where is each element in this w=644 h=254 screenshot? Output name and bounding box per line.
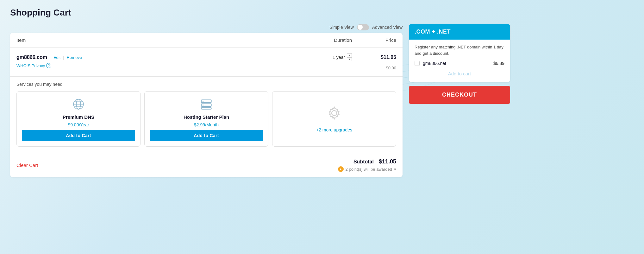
promo-add-to-cart-btn[interactable]: Add to cart bbox=[415, 70, 504, 78]
points-text: 2 point(s) will be awarded bbox=[346, 167, 392, 172]
subtotal-label: Subtotal bbox=[353, 159, 374, 165]
dns-service-price: $9.00/Year bbox=[68, 122, 89, 127]
services-title: Services you may need bbox=[16, 82, 396, 87]
col-item-header: Item bbox=[16, 37, 295, 43]
promo-body: Register any matching .NET domain within… bbox=[409, 40, 510, 82]
cart-footer: Clear Cart Subtotal $11.05 ★ 2 point(s) … bbox=[10, 153, 403, 177]
clear-cart-link[interactable]: Clear Cart bbox=[16, 162, 38, 168]
points-icon: ★ bbox=[338, 166, 344, 172]
whois-row: WHOIS Privacy ? bbox=[16, 63, 51, 68]
promo-domain-row: gm8866.net $6.89 bbox=[415, 61, 504, 66]
svg-point-8 bbox=[203, 101, 204, 102]
col-price-header: Price bbox=[352, 37, 396, 43]
services-grid: Premium DNS $9.00/Year Add to Cart bbox=[16, 91, 396, 147]
view-toggle-row: Simple View Advanced View bbox=[10, 24, 403, 30]
hosting-service-name: Hosting Starter Plan bbox=[184, 114, 229, 120]
sidebar: .COM + .NET Register any matching .NET d… bbox=[409, 24, 510, 104]
checkout-button[interactable]: CHECKOUT bbox=[409, 86, 510, 104]
hosting-service-price: $2.99/Month bbox=[194, 122, 219, 127]
main-area: Simple View Advanced View Item Duration … bbox=[10, 24, 403, 177]
edit-link[interactable]: Edit bbox=[53, 55, 60, 60]
view-toggle-switch[interactable] bbox=[357, 24, 369, 30]
advanced-view-label: Advanced View bbox=[372, 25, 403, 30]
hosting-icon bbox=[199, 97, 214, 112]
service-card-dns: Premium DNS $9.00/Year Add to Cart bbox=[16, 91, 141, 147]
promo-domain-price: $6.89 bbox=[493, 61, 504, 66]
cart-item-section: gm8866.com Edit | Remove 1 year bbox=[10, 48, 403, 77]
subtotal-area: Subtotal $11.05 ★ 2 point(s) will be awa… bbox=[338, 158, 396, 172]
more-upgrades-card: +2 more upgrades bbox=[272, 91, 396, 147]
duration-cell: 1 year ▲ ▼ bbox=[295, 53, 352, 61]
dns-service-name: Premium DNS bbox=[63, 114, 94, 120]
subtotal-row: Subtotal $11.05 bbox=[338, 158, 396, 165]
duration-up-btn[interactable]: ▲ bbox=[347, 53, 352, 57]
item-actions: Edit | Remove bbox=[53, 55, 82, 60]
service-card-hosting: Hosting Starter Plan $2.99/Month Add to … bbox=[144, 91, 268, 147]
points-row: ★ 2 point(s) will be awarded ▾ bbox=[338, 166, 396, 172]
page-title: Shopping Cart bbox=[10, 8, 510, 18]
subtotal-value: $11.05 bbox=[379, 158, 396, 165]
more-upgrades-link[interactable]: +2 more upgrades bbox=[316, 127, 352, 132]
cart-table-header: Item Duration Price bbox=[10, 33, 403, 48]
svg-rect-7 bbox=[201, 108, 211, 109]
item-price-secondary: $0.00 bbox=[386, 66, 396, 70]
item-info: gm8866.com Edit | Remove bbox=[16, 54, 295, 60]
price-cell: $11.05 bbox=[352, 54, 396, 60]
cart-table: Item Duration Price gm8866.com Edit bbox=[10, 33, 403, 177]
remove-link[interactable]: Remove bbox=[67, 55, 82, 60]
promo-description: Register any matching .NET domain within… bbox=[415, 44, 504, 56]
item-domain-name: gm8866.com bbox=[16, 54, 47, 60]
col-duration-header: Duration bbox=[295, 37, 352, 43]
cart-item-row: gm8866.com Edit | Remove 1 year bbox=[16, 53, 396, 61]
gear-icon bbox=[327, 105, 342, 124]
simple-view-label: Simple View bbox=[329, 25, 354, 30]
whois-help-icon[interactable]: ? bbox=[46, 63, 51, 68]
services-section: Services you may need bbox=[10, 77, 403, 153]
dns-icon bbox=[71, 97, 86, 112]
promo-header: .COM + .NET bbox=[409, 24, 510, 40]
points-chevron-icon: ▾ bbox=[394, 167, 396, 172]
item-price-main: $11.05 bbox=[352, 54, 396, 60]
dns-add-to-cart-btn[interactable]: Add to Cart bbox=[22, 130, 135, 141]
duration-arrows: ▲ ▼ bbox=[347, 53, 352, 61]
duration-down-btn[interactable]: ▼ bbox=[347, 57, 352, 61]
duration-value: 1 year bbox=[333, 55, 345, 60]
promo-card: .COM + .NET Register any matching .NET d… bbox=[409, 24, 510, 82]
hosting-add-to-cart-btn[interactable]: Add to Cart bbox=[150, 130, 263, 141]
whois-link[interactable]: WHOIS Privacy bbox=[16, 63, 45, 68]
promo-domain-checkbox[interactable] bbox=[415, 61, 420, 66]
svg-point-9 bbox=[203, 105, 204, 106]
promo-domain-name: gm8866.net bbox=[423, 61, 490, 66]
